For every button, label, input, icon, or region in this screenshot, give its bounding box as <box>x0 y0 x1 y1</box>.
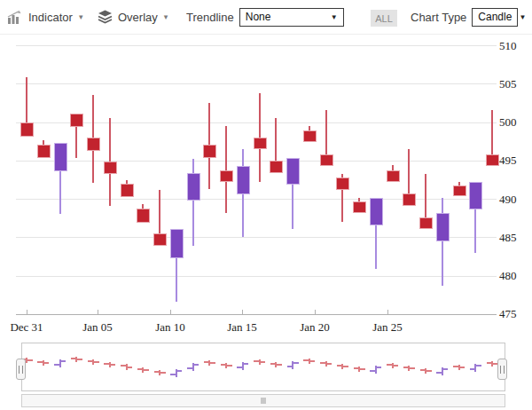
navigator-open-tick <box>154 371 160 373</box>
navigator-close-tick <box>410 367 415 369</box>
navigator-open-tick <box>287 366 293 367</box>
navigator-open-tick <box>320 362 325 364</box>
navigator-close-tick <box>326 363 332 365</box>
navigator-close-tick <box>144 369 149 371</box>
navigator-close-tick <box>260 361 265 363</box>
navigator-close-tick <box>309 360 315 362</box>
navigator-mini-chart <box>0 0 532 410</box>
navigator-open-tick <box>254 360 259 362</box>
navigator-close-tick <box>193 364 199 366</box>
navigator-open-tick <box>121 365 126 367</box>
navigator-close-tick <box>476 365 481 367</box>
navigator-left-handle[interactable] <box>16 359 26 380</box>
navigator-open-tick <box>436 372 442 374</box>
navigator-open-tick <box>54 364 59 366</box>
navigator-open-tick <box>370 370 375 372</box>
navigator-close-tick <box>360 368 365 370</box>
navigator-close-tick <box>243 363 248 365</box>
navigator-close-tick <box>60 360 66 362</box>
navigator-close-tick <box>376 367 381 368</box>
grip-icon <box>19 366 23 374</box>
navigator-close-tick <box>127 367 132 368</box>
navigator-close-tick <box>27 359 33 361</box>
navigator-open-tick <box>170 374 176 375</box>
navigator-close-tick <box>43 362 49 364</box>
navigator-open-tick <box>187 367 192 369</box>
navigator-close-tick <box>426 370 432 372</box>
navigator-close-tick <box>227 365 232 367</box>
navigator-right-handle[interactable] <box>497 359 507 380</box>
grip-icon <box>500 366 505 374</box>
navigator-open-tick <box>221 364 226 366</box>
navigator-close-tick <box>393 365 398 367</box>
navigator-open-tick <box>303 359 309 361</box>
navigator-close-tick <box>94 361 99 363</box>
navigator-open-tick <box>88 360 93 362</box>
navigator-close-tick <box>293 362 299 364</box>
navigator-close-tick <box>110 364 115 366</box>
navigator-open-tick <box>470 368 475 370</box>
navigator-open-tick <box>104 363 109 365</box>
navigator-close-tick <box>459 367 465 368</box>
navigator-open-tick <box>71 358 76 359</box>
navigator-open-tick <box>453 366 458 367</box>
navigator-open-tick <box>270 363 276 365</box>
navigator-open-tick <box>137 368 143 370</box>
navigator-open-tick <box>337 365 342 367</box>
navigator-open-tick <box>237 367 242 368</box>
navigator-close-tick <box>277 364 282 366</box>
navigator-open-tick <box>354 367 359 369</box>
navigator-open-tick <box>420 369 426 371</box>
navigator-close-tick <box>343 366 348 367</box>
navigator-close-tick <box>160 372 166 374</box>
navigator-open-tick <box>487 362 492 364</box>
navigator-close-tick <box>176 370 182 372</box>
navigator-close-tick <box>77 359 82 360</box>
navigator-close-tick <box>210 362 215 364</box>
navigator-open-tick <box>403 367 409 368</box>
navigator-open-tick <box>387 364 392 366</box>
scrollbar-grip-icon <box>262 398 266 404</box>
navigator-open-tick <box>37 361 43 363</box>
navigator-close-tick <box>442 368 448 370</box>
navigator-scrollbar[interactable] <box>21 394 505 407</box>
navigator-open-tick <box>204 361 209 363</box>
